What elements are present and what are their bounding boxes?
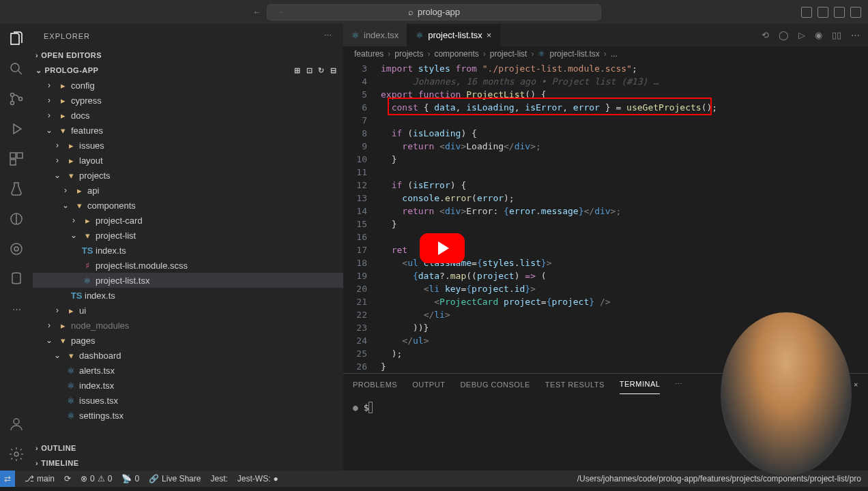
svg-point-10 <box>14 419 19 424</box>
panel-tab-output[interactable]: OUTPUT <box>412 375 445 394</box>
tree-file[interactable]: ⚛settings.tsx <box>33 408 343 423</box>
tree-folder[interactable]: ›▸docs <box>33 108 343 123</box>
panel-close-icon[interactable]: × <box>854 381 858 389</box>
panel-tab-problems[interactable]: PROBLEMS <box>353 375 397 394</box>
tree-folder[interactable]: ›▸layout <box>33 153 343 168</box>
settings-gear-icon[interactable] <box>8 446 25 462</box>
panel-tab-tests[interactable]: TEST RESULTS <box>545 375 605 394</box>
layout-sidebar-left-icon[interactable] <box>801 7 812 18</box>
jest-ws-status[interactable]: Jest-WS: ● <box>237 474 278 483</box>
tree-file-active[interactable]: ⚛project-list.tsx <box>33 273 343 288</box>
diff-icon[interactable]: ◯ <box>779 30 789 40</box>
svg-rect-6 <box>10 160 16 165</box>
sync-button[interactable]: ⟳ <box>64 474 71 483</box>
layout-customize-icon[interactable] <box>850 7 861 18</box>
explorer-icon[interactable] <box>8 31 25 47</box>
svg-point-0 <box>11 63 19 72</box>
editor-tabs: ⚛index.tsx ⚛project-list.tsx× ⟲ ◯ ▷ ◉ ▯▯… <box>343 24 868 46</box>
status-bar: ⇄ ⎇ main ⟳ ⊗ 0 ⚠ 0 📡 0 🔗 Live Share Jest… <box>0 471 868 487</box>
tree-file[interactable]: TSindex.ts <box>33 243 343 258</box>
file-path[interactable]: /Users/johannes/code/prolog-app/features… <box>577 474 861 483</box>
tree-folder[interactable]: ›▸ui <box>33 303 343 318</box>
command-center[interactable]: ⌕ prolog-app <box>267 4 601 20</box>
new-file-icon[interactable]: ⊞ <box>294 66 301 75</box>
tab-close-icon[interactable]: × <box>487 30 492 40</box>
svg-point-9 <box>14 247 18 251</box>
explorer-more-icon[interactable]: ⋯ <box>324 31 332 40</box>
svg-point-11 <box>14 452 18 456</box>
svg-point-8 <box>11 243 22 254</box>
tree-file[interactable]: ♯project-list.module.scss <box>33 258 343 273</box>
activity-bar: ⋯ <box>0 24 33 471</box>
explorer-sidebar: EXPLORER ⋯ ›OPEN EDITORS ⌄PROLOG-APP ⊞ ⊡… <box>33 24 343 471</box>
panel-tab-debug[interactable]: DEBUG CONSOLE <box>460 375 530 394</box>
scm-icon[interactable] <box>8 91 25 107</box>
tree-folder[interactable]: ›▸node_modules <box>33 318 343 333</box>
new-folder-icon[interactable]: ⊡ <box>306 66 313 75</box>
workspace-section[interactable]: ⌄PROLOG-APP ⊞ ⊡ ↻ ⊟ <box>33 63 343 78</box>
more-icon[interactable]: ⋯ <box>8 301 25 317</box>
tree-folder[interactable]: ›▸issues <box>33 138 343 153</box>
tree-file[interactable]: ⚛alerts.tsx <box>33 363 343 378</box>
tree-file[interactable]: ⚛index.tsx <box>33 378 343 393</box>
svg-point-2 <box>11 102 14 105</box>
git-branch[interactable]: ⎇ main <box>25 474 55 483</box>
liveshare-button[interactable]: 🔗 Live Share <box>149 474 201 483</box>
outline-section[interactable]: ›OUTLINE <box>33 441 343 456</box>
figma-icon[interactable] <box>8 211 25 227</box>
nav-forward-icon[interactable]: → <box>275 7 284 17</box>
git-blame: Johannes, 16 months ago • Project list (… <box>413 76 659 87</box>
run-icon[interactable]: ▷ <box>798 30 805 40</box>
svg-rect-4 <box>10 153 16 158</box>
docker-icon[interactable] <box>8 241 25 257</box>
search-icon: ⌕ <box>408 7 414 17</box>
tree-file[interactable]: ⚛issues.tsx <box>33 393 343 408</box>
tree-folder[interactable]: ⌄▾pages <box>33 333 343 348</box>
file-tree: ›▸config ›▸cypress ›▸docs ⌄▾features ›▸i… <box>33 78 343 441</box>
svg-point-1 <box>11 93 14 97</box>
ports-status[interactable]: 📡 0 <box>121 474 139 483</box>
go-back-icon[interactable]: ⟲ <box>762 30 769 40</box>
layout-sidebar-right-icon[interactable] <box>834 7 845 18</box>
panel-tab-terminal[interactable]: TERMINAL <box>620 374 661 394</box>
compass-icon[interactable]: ◉ <box>815 30 822 40</box>
timeline-section[interactable]: ›TIMELINE <box>33 456 343 471</box>
layout-controls <box>801 7 861 18</box>
tab-project-list[interactable]: ⚛project-list.tsx× <box>407 24 500 46</box>
extensions-icon[interactable] <box>8 151 25 167</box>
nav-back-icon[interactable]: ← <box>252 7 261 17</box>
explorer-title: EXPLORER <box>44 32 90 40</box>
refresh-icon[interactable]: ↻ <box>318 66 325 75</box>
line-gutter: 3456789101112131415161718192021222324252… <box>343 62 381 373</box>
tree-folder[interactable]: ›▸api <box>33 183 343 198</box>
tree-folder[interactable]: ⌄▾projects <box>33 168 343 183</box>
tab-more-icon[interactable]: ⋯ <box>851 30 860 40</box>
search-activity-icon[interactable] <box>8 61 25 77</box>
svg-rect-5 <box>17 153 23 158</box>
split-icon[interactable]: ▯▯ <box>832 30 841 40</box>
problems-status[interactable]: ⊗ 0 ⚠ 0 <box>81 474 112 483</box>
remote-button[interactable]: ⇄ <box>0 471 15 487</box>
tree-folder[interactable]: ⌄▾dashboard <box>33 348 343 363</box>
breadcrumb[interactable]: features› projects› components› project-… <box>343 46 868 61</box>
account-icon[interactable] <box>8 416 25 432</box>
test-icon[interactable] <box>8 181 25 197</box>
youtube-play-button[interactable] <box>420 233 465 263</box>
tree-folder[interactable]: ⌄▾project-list <box>33 228 343 243</box>
tab-index[interactable]: ⚛index.tsx <box>343 24 407 46</box>
tree-folder[interactable]: ›▸config <box>33 78 343 93</box>
titlebar: ← → ⌕ prolog-app <box>0 0 868 24</box>
layout-panel-icon[interactable] <box>818 7 828 18</box>
open-editors-section[interactable]: ›OPEN EDITORS <box>33 48 343 63</box>
debug-icon[interactable] <box>8 121 25 137</box>
tree-folder[interactable]: ⌄▾features <box>33 123 343 138</box>
search-text: prolog-app <box>418 7 460 17</box>
tree-folder[interactable]: ›▸cypress <box>33 93 343 108</box>
collapse-icon[interactable]: ⊟ <box>330 66 337 75</box>
tree-file[interactable]: TSindex.ts <box>33 288 343 303</box>
db-icon[interactable] <box>8 271 25 287</box>
panel-more-icon[interactable]: ⋯ <box>675 374 683 394</box>
tree-folder[interactable]: ⌄▾components <box>33 198 343 213</box>
jest-status[interactable]: Jest: <box>210 474 227 483</box>
tree-folder[interactable]: ›▸project-card <box>33 213 343 228</box>
